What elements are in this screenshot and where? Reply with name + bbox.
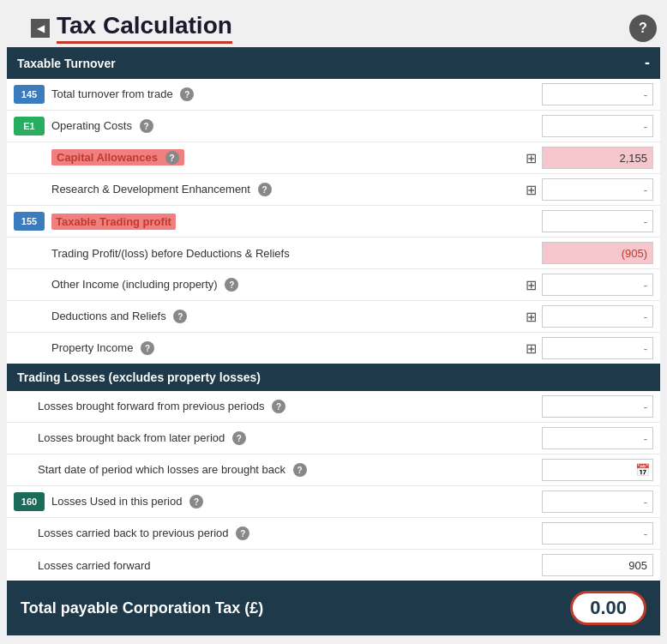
input-losses-carried-back[interactable] [542,522,653,545]
input-other-income[interactable] [542,274,653,296]
help-icon-other-income[interactable]: ? [225,278,238,292]
row-losses-brought-forward: Losses brought forward from previous per… [7,391,660,423]
calc-icon-rd-enhancement[interactable]: ⊞ [526,182,537,198]
input-losses-carried-forward[interactable] [542,554,653,576]
label-start-date: Start date of period which losses are br… [38,463,542,478]
label-losses-carried-forward: Losses carried forward [38,559,542,572]
row-taxable-trading-profit: 155 Taxable Trading profit [7,206,660,238]
trading-losses-content: Losses brought forward from previous per… [7,391,660,581]
input-capital-allowances[interactable] [542,147,653,169]
trading-losses-label: Trading Losses (excludes property losses… [17,370,261,384]
input-taxable-trading-profit[interactable] [542,210,653,232]
page-title: Tax Calculation [57,12,232,44]
row-total-turnover: 145 Total turnover from trade ? [7,79,660,111]
label-rd-enhancement: Research & Development Enhancement ? [51,183,526,197]
row-property-income: Property Income ? ⊞ [7,333,660,364]
label-losses-brought-back: Losses brought back from later period ? [38,431,542,446]
label-other-income: Other Income (including property) ? [51,278,526,292]
trading-losses-section: Trading Losses (excludes property losses… [7,364,660,581]
calc-icon-deductions-reliefs[interactable]: ⊞ [526,309,537,325]
input-deductions-reliefs[interactable] [542,305,653,328]
page-header: ◀ Tax Calculation ? [7,7,660,47]
row-rd-enhancement: Research & Development Enhancement ? ⊞ [7,174,660,206]
row-losses-used: 160 Losses Used in this period ? [7,486,660,518]
label-losses-carried-back: Losses carried back to previous period ? [38,527,542,541]
trading-losses-header: Trading Losses (excludes property losses… [7,364,660,391]
taxable-turnover-section: Taxable Turnover - 145 Total turnover fr… [7,47,660,364]
row-other-income: Other Income (including property) ? ⊞ [7,269,660,301]
input-property-income[interactable] [542,337,653,359]
page-container: ◀ Tax Calculation ? Taxable Turnover - 1… [0,0,667,642]
help-icon-losses-used[interactable]: ? [189,495,203,509]
row-deductions-reliefs: Deductions and Reliefs ? ⊞ [7,301,660,333]
input-total-turnover[interactable] [542,83,653,105]
input-losses-brought-forward[interactable] [542,395,653,418]
label-losses-brought-forward: Losses brought forward from previous per… [38,400,542,414]
taxable-trading-profit-highlight: Taxable Trading profit [51,214,176,230]
row-start-date: Start date of period which losses are br… [7,454,660,486]
calc-icon-property-income[interactable]: ⊞ [526,340,537,357]
input-trading-profit-loss[interactable] [542,242,653,264]
taxable-turnover-label: Taxable Turnover [17,57,116,70]
help-button[interactable]: ? [629,15,657,42]
calc-icon-capital-allowances[interactable]: ⊞ [526,150,537,166]
help-icon-losses-carried-back[interactable]: ? [236,527,249,540]
help-icon-losses-brought-forward[interactable]: ? [272,400,285,413]
badge-145: 145 [14,85,45,104]
label-losses-used: Losses Used in this period ? [51,495,542,509]
label-trading-profit-loss: Trading Profit/(loss) before Deductions … [51,247,542,260]
label-capital-allowances: Capital Allowances ? [51,151,526,166]
help-icon-property-income[interactable]: ? [141,341,154,355]
help-icon-losses-brought-back[interactable]: ? [232,431,246,445]
row-trading-profit-loss: Trading Profit/(loss) before Deductions … [7,238,660,269]
badge-e1: E1 [14,117,45,135]
label-deductions-reliefs: Deductions and Reliefs ? [51,310,526,324]
back-arrow[interactable]: ◀ [31,19,50,38]
footer-label: Total payable Corporation Tax (£) [21,599,263,617]
row-losses-carried-back: Losses carried back to previous period ? [7,518,660,550]
label-property-income: Property Income ? [51,341,526,356]
row-capital-allowances: Capital Allowances ? ⊞ [7,142,660,174]
date-input-container: 📅 [542,459,653,481]
capital-allowances-highlight: Capital Allowances ? [51,149,184,166]
row-losses-brought-back: Losses brought back from later period ? [7,423,660,454]
input-losses-used[interactable] [542,491,653,513]
label-taxable-trading-profit: Taxable Trading profit [51,215,542,228]
calendar-icon[interactable]: 📅 [635,463,650,477]
help-icon-start-date[interactable]: ? [293,463,307,477]
input-losses-brought-back[interactable] [542,427,653,449]
input-rd-enhancement[interactable] [542,178,653,201]
help-icon-operating-costs[interactable]: ? [140,119,153,133]
footer-bar: Total payable Corporation Tax (£) 0.00 [7,581,660,635]
help-icon-total-turnover[interactable]: ? [180,87,194,101]
label-operating-costs: Operating Costs ? [51,119,542,134]
help-icon-deductions-reliefs[interactable]: ? [173,310,187,323]
help-icon-capital-allowances[interactable]: ? [165,151,179,165]
label-total-turnover: Total turnover from trade ? [51,87,542,102]
taxable-turnover-header: Taxable Turnover - [7,47,660,79]
badge-160: 160 [14,492,45,511]
calc-icon-other-income[interactable]: ⊞ [526,277,537,293]
taxable-turnover-content: 145 Total turnover from trade ? E1 Opera… [7,79,660,364]
row-operating-costs: E1 Operating Costs ? [7,111,660,142]
help-icon-rd-enhancement[interactable]: ? [258,183,272,196]
footer-value: 0.00 [570,591,646,625]
taxable-turnover-collapse[interactable]: - [645,54,650,72]
row-losses-carried-forward: Losses carried forward [7,550,660,581]
input-operating-costs[interactable] [542,115,653,137]
badge-155: 155 [14,212,45,231]
